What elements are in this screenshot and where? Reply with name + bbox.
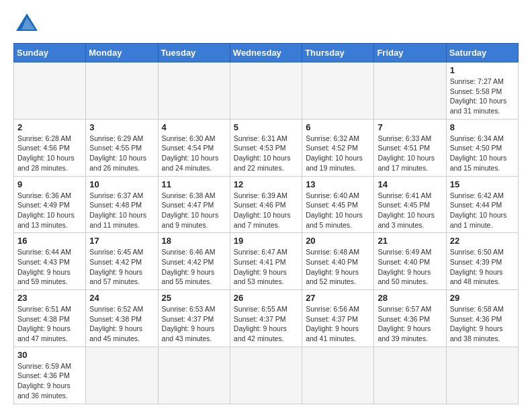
week-row-3: 9Sunrise: 6:36 AM Sunset: 4:49 PM Daylig…	[14, 176, 519, 233]
day-number: 13	[306, 179, 370, 189]
day-info: Sunrise: 6:42 AM Sunset: 4:44 PM Dayligh…	[450, 191, 515, 230]
day-cell: 5Sunrise: 6:31 AM Sunset: 4:53 PM Daylig…	[230, 119, 302, 176]
day-number: 25	[162, 293, 226, 303]
day-cell: 15Sunrise: 6:42 AM Sunset: 4:44 PM Dayli…	[446, 176, 518, 233]
day-number: 12	[234, 179, 298, 189]
day-info: Sunrise: 6:46 AM Sunset: 4:42 PM Dayligh…	[162, 247, 226, 287]
day-number: 27	[306, 293, 370, 303]
day-number: 3	[89, 122, 154, 132]
day-cell	[446, 347, 518, 404]
weekday-header-friday: Friday	[374, 44, 446, 62]
day-info: Sunrise: 6:37 AM Sunset: 4:48 PM Dayligh…	[89, 191, 154, 230]
day-info: Sunrise: 6:41 AM Sunset: 4:45 PM Dayligh…	[378, 191, 442, 230]
day-cell	[302, 62, 374, 120]
day-number: 18	[162, 236, 226, 246]
weekday-header-thursday: Thursday	[302, 44, 374, 62]
day-number: 6	[306, 122, 370, 132]
day-info: Sunrise: 6:52 AM Sunset: 4:38 PM Dayligh…	[89, 304, 154, 344]
weekday-header-sunday: Sunday	[14, 44, 86, 62]
day-number: 2	[17, 122, 82, 132]
day-cell: 18Sunrise: 6:46 AM Sunset: 4:42 PM Dayli…	[158, 233, 230, 290]
day-cell: 27Sunrise: 6:56 AM Sunset: 4:37 PM Dayli…	[302, 290, 374, 347]
day-number: 22	[450, 236, 515, 246]
day-cell: 13Sunrise: 6:40 AM Sunset: 4:45 PM Dayli…	[302, 176, 374, 233]
day-cell: 28Sunrise: 6:57 AM Sunset: 4:36 PM Dayli…	[374, 290, 446, 347]
calendar-table: SundayMondayTuesdayWednesdayThursdayFrid…	[13, 43, 519, 404]
day-info: Sunrise: 6:40 AM Sunset: 4:45 PM Dayligh…	[306, 191, 370, 230]
day-info: Sunrise: 6:53 AM Sunset: 4:37 PM Dayligh…	[162, 304, 226, 344]
weekday-header-tuesday: Tuesday	[158, 44, 230, 62]
day-number: 8	[450, 122, 515, 132]
week-row-1: 1Sunrise: 7:27 AM Sunset: 5:58 PM Daylig…	[14, 62, 519, 120]
day-info: Sunrise: 6:49 AM Sunset: 4:40 PM Dayligh…	[378, 247, 442, 287]
week-row-2: 2Sunrise: 6:28 AM Sunset: 4:56 PM Daylig…	[14, 119, 519, 176]
day-info: Sunrise: 6:36 AM Sunset: 4:49 PM Dayligh…	[17, 191, 82, 230]
day-info: Sunrise: 6:57 AM Sunset: 4:36 PM Dayligh…	[378, 304, 442, 344]
day-cell	[86, 347, 158, 404]
day-number: 28	[378, 293, 442, 303]
day-cell: 4Sunrise: 6:30 AM Sunset: 4:54 PM Daylig…	[158, 119, 230, 176]
day-cell: 8Sunrise: 6:34 AM Sunset: 4:50 PM Daylig…	[446, 119, 518, 176]
day-number: 19	[234, 236, 298, 246]
day-info: Sunrise: 6:59 AM Sunset: 4:36 PM Dayligh…	[17, 361, 82, 401]
day-info: Sunrise: 6:44 AM Sunset: 4:43 PM Dayligh…	[17, 247, 82, 287]
day-cell: 19Sunrise: 6:47 AM Sunset: 4:41 PM Dayli…	[230, 233, 302, 290]
day-cell: 3Sunrise: 6:29 AM Sunset: 4:55 PM Daylig…	[86, 119, 158, 176]
day-cell	[14, 62, 86, 120]
day-info: Sunrise: 6:29 AM Sunset: 4:55 PM Dayligh…	[89, 134, 154, 173]
day-number: 21	[378, 236, 442, 246]
day-info: Sunrise: 6:31 AM Sunset: 4:53 PM Dayligh…	[234, 134, 298, 173]
day-info: Sunrise: 6:56 AM Sunset: 4:37 PM Dayligh…	[306, 304, 370, 344]
day-number: 17	[89, 236, 154, 246]
day-number: 14	[378, 179, 442, 189]
day-cell: 21Sunrise: 6:49 AM Sunset: 4:40 PM Dayli…	[374, 233, 446, 290]
day-number: 20	[306, 236, 370, 246]
weekday-header-saturday: Saturday	[446, 44, 518, 62]
day-number: 1	[450, 65, 515, 75]
day-info: Sunrise: 6:39 AM Sunset: 4:46 PM Dayligh…	[234, 191, 298, 230]
day-info: Sunrise: 6:32 AM Sunset: 4:52 PM Dayligh…	[306, 134, 370, 173]
day-cell: 17Sunrise: 6:45 AM Sunset: 4:42 PM Dayli…	[86, 233, 158, 290]
day-number: 23	[17, 293, 82, 303]
week-row-5: 23Sunrise: 6:51 AM Sunset: 4:38 PM Dayli…	[14, 290, 519, 347]
logo	[13, 11, 39, 35]
day-number: 29	[450, 293, 515, 303]
day-cell: 26Sunrise: 6:55 AM Sunset: 4:37 PM Dayli…	[230, 290, 302, 347]
day-cell: 30Sunrise: 6:59 AM Sunset: 4:36 PM Dayli…	[14, 347, 86, 404]
day-cell: 24Sunrise: 6:52 AM Sunset: 4:38 PM Dayli…	[86, 290, 158, 347]
day-cell: 22Sunrise: 6:50 AM Sunset: 4:39 PM Dayli…	[446, 233, 518, 290]
day-info: Sunrise: 7:27 AM Sunset: 5:58 PM Dayligh…	[450, 77, 515, 116]
day-info: Sunrise: 6:30 AM Sunset: 4:54 PM Dayligh…	[162, 134, 226, 173]
day-number: 4	[162, 122, 226, 132]
weekday-header-monday: Monday	[86, 44, 158, 62]
day-cell: 23Sunrise: 6:51 AM Sunset: 4:38 PM Dayli…	[14, 290, 86, 347]
day-info: Sunrise: 6:38 AM Sunset: 4:47 PM Dayligh…	[162, 191, 226, 230]
day-info: Sunrise: 6:51 AM Sunset: 4:38 PM Dayligh…	[17, 304, 82, 344]
day-number: 11	[162, 179, 226, 189]
day-cell: 1Sunrise: 7:27 AM Sunset: 5:58 PM Daylig…	[446, 62, 518, 120]
header	[13, 11, 519, 35]
day-cell: 10Sunrise: 6:37 AM Sunset: 4:48 PM Dayli…	[86, 176, 158, 233]
day-number: 10	[89, 179, 154, 189]
day-info: Sunrise: 6:55 AM Sunset: 4:37 PM Dayligh…	[234, 304, 298, 344]
day-info: Sunrise: 6:47 AM Sunset: 4:41 PM Dayligh…	[234, 247, 298, 287]
day-cell	[230, 62, 302, 120]
day-cell	[158, 347, 230, 404]
day-cell: 29Sunrise: 6:58 AM Sunset: 4:36 PM Dayli…	[446, 290, 518, 347]
day-number: 24	[89, 293, 154, 303]
day-number: 7	[378, 122, 442, 132]
week-row-6: 30Sunrise: 6:59 AM Sunset: 4:36 PM Dayli…	[14, 347, 519, 404]
day-info: Sunrise: 6:45 AM Sunset: 4:42 PM Dayligh…	[89, 247, 154, 287]
day-number: 5	[234, 122, 298, 132]
day-cell: 2Sunrise: 6:28 AM Sunset: 4:56 PM Daylig…	[14, 119, 86, 176]
week-row-4: 16Sunrise: 6:44 AM Sunset: 4:43 PM Dayli…	[14, 233, 519, 290]
day-cell	[86, 62, 158, 120]
page: SundayMondayTuesdayWednesdayThursdayFrid…	[0, 0, 532, 411]
day-info: Sunrise: 6:28 AM Sunset: 4:56 PM Dayligh…	[17, 134, 82, 173]
day-info: Sunrise: 6:48 AM Sunset: 4:40 PM Dayligh…	[306, 247, 370, 287]
day-info: Sunrise: 6:34 AM Sunset: 4:50 PM Dayligh…	[450, 134, 515, 173]
weekday-header-wednesday: Wednesday	[230, 44, 302, 62]
day-cell	[374, 62, 446, 120]
day-cell	[230, 347, 302, 404]
day-cell: 20Sunrise: 6:48 AM Sunset: 4:40 PM Dayli…	[302, 233, 374, 290]
